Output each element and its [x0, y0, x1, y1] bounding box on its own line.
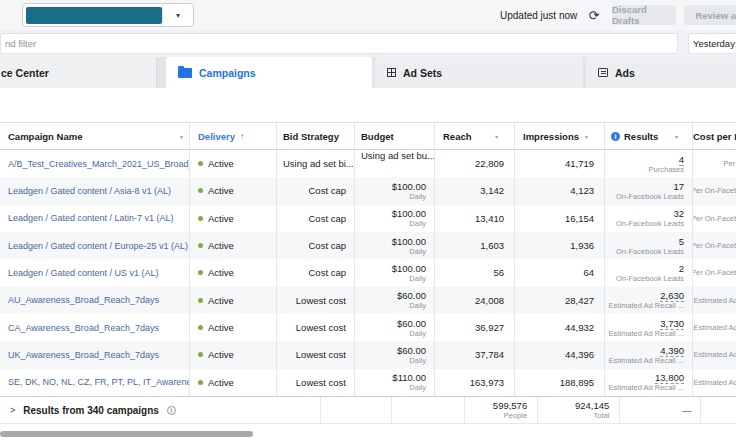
tabs-bar: ce Center Campaigns Ad Sets Ads [0, 57, 736, 88]
footer-reach-total: 599,576People [465, 397, 538, 423]
cost-per-result-cell: Per On-Facebook Lead [693, 205, 736, 232]
reach-cell: 36,927 [435, 314, 515, 341]
delivery-cell: Active [190, 205, 277, 232]
results-value: 2 [679, 263, 684, 274]
results-type: On-Facebook Leads [616, 247, 684, 256]
campaign-name-link[interactable]: SE, DK, NO, NL, CZ, FR, PT, PL, IT_Aware… [8, 377, 189, 387]
results-value: 5 [679, 236, 684, 247]
delivery-cell: Active [190, 341, 277, 368]
table-row[interactable]: SE, DK, NO, NL, CZ, FR, PT, PL, IT_Aware… [0, 369, 736, 396]
budget-period: Daily [409, 329, 426, 338]
results-value: 17 [673, 181, 684, 192]
impressions-cell: 41,719 [515, 150, 605, 177]
campaign-name-link[interactable]: Leadgen / Gated content / Asia-8 v1 (AL) [8, 186, 171, 196]
account-selector[interactable]: ▾ [22, 3, 194, 27]
column-results[interactable]: i Results▾ [605, 123, 693, 149]
column-impressions[interactable]: Impressions▾ [515, 123, 605, 149]
column-cost-per-result[interactable]: Cost per Result [693, 123, 736, 149]
delivery-cell: Active [190, 287, 277, 314]
expander-icon[interactable]: > [10, 405, 15, 415]
impressions-cell: 188,895 [515, 369, 605, 396]
reach-cell: 24,008 [435, 287, 515, 314]
footer-empty [321, 397, 392, 423]
tab-ads[interactable]: Ads [586, 57, 736, 88]
table-row[interactable]: CA_Awareness_Broad_Reach_7days Active Lo… [0, 314, 736, 341]
budget-value: $100.00 [392, 208, 426, 219]
column-delivery[interactable]: Delivery↑ [190, 123, 277, 149]
results-cell: 2,630 Estimated Ad Recall ... [605, 287, 693, 314]
budget-period: Daily [409, 383, 426, 392]
budget-cell: $100.00 Daily [355, 232, 435, 259]
bid-strategy-cell: Cost cap [277, 259, 355, 286]
budget-value: $60.00 [397, 345, 426, 356]
results-type: Estimated Ad Recall ... [609, 329, 684, 338]
budget-period: Daily [409, 301, 426, 310]
table-row[interactable]: Leadgen / Gated content / Asia-8 v1 (AL)… [0, 177, 736, 204]
budget-value: $60.00 [397, 290, 426, 301]
column-campaign-name[interactable]: Campaign Name▾ [0, 123, 190, 149]
campaign-name-link[interactable]: A/B_Test_Creatives_March_2021_US_Broad_.… [8, 159, 189, 169]
budget-cell: $100.00 Daily [355, 205, 435, 232]
delivery-status: Active [208, 377, 234, 388]
results-cell: 32 On-Facebook Leads [605, 205, 693, 232]
results-type: On-Facebook Leads [616, 192, 684, 201]
campaign-name-link[interactable]: CA_Awareness_Broad_Reach_7days [8, 323, 159, 333]
info-icon: i [167, 406, 176, 415]
results-type: On-Facebook Leads [616, 274, 684, 283]
updated-status: Updated just now [500, 10, 577, 21]
campaign-name-link[interactable]: Leadgen / Gated content / US v1 (AL) [8, 268, 159, 278]
table-row[interactable]: Leadgen / Gated content / Europe-25 v1 (… [0, 232, 736, 259]
review-publish-button[interactable]: Review and Publish [684, 5, 736, 25]
table-row[interactable]: UK_Awareness_Broad_Reach_7days Active Lo… [0, 341, 736, 368]
results-summary[interactable]: > Results from 340 campaigns i [0, 397, 321, 423]
delivery-status: Active [208, 322, 234, 333]
footer-results-total: — [620, 397, 700, 423]
sort-caret-icon[interactable]: ▾ [180, 133, 183, 140]
budget-period: Daily [409, 356, 426, 365]
bid-strategy-cell: Cost cap [277, 177, 355, 204]
campaign-name-cell: A/B_Test_Creatives_March_2021_US_Broad_.… [0, 150, 190, 177]
search-filter-input[interactable]: nd filter [0, 33, 678, 54]
tab-label: Campaigns [199, 67, 256, 79]
chevron-down-icon[interactable]: ▾ [162, 4, 193, 26]
table-row[interactable]: Leadgen / Gated content / US v1 (AL) Act… [0, 259, 736, 286]
delivery-status: Active [208, 295, 234, 306]
column-reach[interactable]: Reach▾ [435, 123, 515, 149]
tab-campaigns[interactable]: Campaigns [166, 57, 372, 88]
table-row[interactable]: Leadgen / Gated content / Latin-7 v1 (AL… [0, 205, 736, 232]
active-status-dot-icon [198, 380, 203, 385]
results-cell: 4 Purchases [605, 150, 693, 177]
horizontal-scrollbar[interactable] [0, 431, 253, 437]
bid-strategy-cell: Lowest cost [277, 369, 355, 396]
discard-drafts-button[interactable]: Discard Drafts [612, 5, 676, 25]
reach-cell: 22,809 [435, 150, 515, 177]
results-cell: 13,800 Estimated Ad Recall ... [605, 369, 693, 396]
results-value: 32 [673, 208, 684, 219]
campaign-name-link[interactable]: Leadgen / Gated content / Europe-25 v1 (… [8, 241, 188, 251]
column-budget[interactable]: Budget [355, 123, 435, 149]
table-row[interactable]: AU_Awareness_Broad_Reach_7days Active Lo… [0, 287, 736, 314]
table-row[interactable]: A/B_Test_Creatives_March_2021_US_Broad_.… [0, 150, 736, 177]
footer-empty [392, 397, 465, 423]
campaign-name-link[interactable]: AU_Awareness_Broad_Reach_7days [8, 295, 159, 305]
results-type: Estimated Ad Recall ... [609, 356, 684, 365]
sort-caret-icon[interactable]: ▾ [675, 133, 678, 140]
active-status-dot-icon [198, 243, 203, 248]
table-header: Campaign Name▾ Delivery↑ Bid Strategy Bu… [0, 122, 736, 150]
sort-caret-icon[interactable]: ▾ [585, 133, 588, 140]
sort-caret-icon[interactable]: ▾ [495, 133, 498, 140]
budget-value: $100.00 [392, 236, 426, 247]
campaign-name-link[interactable]: Leadgen / Gated content / Latin-7 v1 (AL… [8, 213, 174, 223]
footer-impressions-total: 924,145Total [538, 397, 620, 423]
date-range-picker[interactable]: Yesterday: M [688, 33, 736, 54]
account-name-redacted [26, 7, 162, 24]
column-bid-strategy[interactable]: Bid Strategy [277, 123, 355, 149]
ad-sets-grid-icon [387, 68, 396, 77]
tab-commerce-center[interactable]: ce Center [0, 57, 157, 88]
bid-strategy-cell: Cost cap [277, 232, 355, 259]
campaign-name-link[interactable]: UK_Awareness_Broad_Reach_7days [8, 350, 159, 360]
budget-cell: $110.00 Daily [355, 369, 435, 396]
tab-ad-sets[interactable]: Ad Sets [375, 57, 583, 88]
refresh-icon[interactable]: ⟳ [584, 5, 604, 25]
bid-strategy-cell: Lowest cost [277, 314, 355, 341]
